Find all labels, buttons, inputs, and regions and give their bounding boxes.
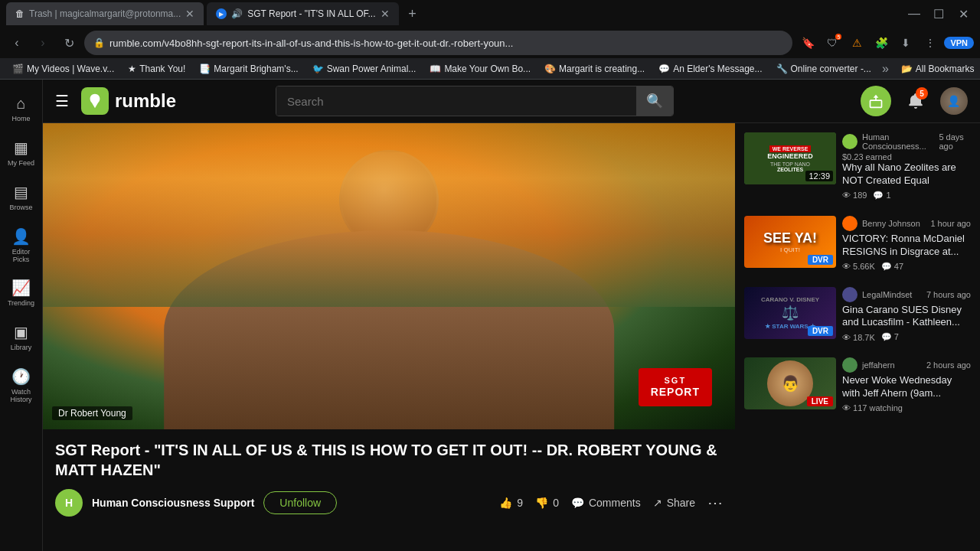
- recommended-sidebar: WE REVERSE ENGINEERED THE TOP NANO ZEOLI…: [735, 123, 980, 527]
- ronna-see-ya: SEE YA!: [763, 230, 817, 246]
- sidebar-label-library: Library: [11, 344, 32, 352]
- main-layout: ⌂ Home ▦ My Feed ▤ Browse 👤 Editor Picks…: [0, 80, 980, 551]
- share-button[interactable]: ↗ Share: [653, 497, 695, 509]
- sidebar-item-library[interactable]: ▣ Library: [2, 317, 41, 358]
- sidebar-item-editor-picks[interactable]: 👤 Editor Picks: [2, 221, 41, 270]
- rec-info-ronna: Benny Johnson 1 hour ago VICTORY: Ronna …: [842, 216, 971, 272]
- upload-button[interactable]: [861, 86, 891, 116]
- sidebar-item-trending[interactable]: 📈 Trending: [2, 272, 41, 314]
- thumbs-down-icon: 👎: [535, 497, 548, 509]
- minimize-button[interactable]: —: [903, 3, 925, 24]
- bookmark-icon[interactable]: 🔖: [797, 32, 818, 54]
- tab-trash[interactable]: 🗑 Trash | magicalmargarit@protonma... ✕: [6, 2, 204, 25]
- bookmark-margarit-creating[interactable]: 🎨 Margarit is creating...: [538, 62, 651, 76]
- rumble-logo-text: rumble: [115, 90, 176, 112]
- bookmark-elder[interactable]: 💬 An Elder's Message...: [652, 62, 768, 76]
- ronna-sub: I QUIT!: [780, 246, 800, 253]
- rumble-header: ☰ rumble 🔍: [43, 80, 980, 123]
- share-icon: ↗: [653, 497, 662, 509]
- sidebar-label-browse: Browse: [9, 204, 32, 212]
- comments-button[interactable]: 💬 Comments: [571, 497, 641, 509]
- follow-button[interactable]: Unfollow: [263, 491, 337, 514]
- comments-icon: 💬: [571, 497, 584, 509]
- notification-button[interactable]: 5: [900, 86, 931, 116]
- address-bar[interactable]: 🔒 rumble.com/v4bo8hh-sgt-report-its-in-a…: [84, 31, 792, 55]
- bookmark-make-your-own[interactable]: 📖 Make Your Own Bo...: [423, 62, 537, 76]
- video-background: SGT REPORT Dr Robert Young: [43, 123, 735, 429]
- tab-close[interactable]: ✕: [185, 8, 194, 20]
- more-options-button[interactable]: ⋯: [707, 494, 723, 512]
- search-bar: 🔍: [276, 86, 674, 116]
- rumble-logo-icon: [81, 87, 109, 115]
- tab-close-sgt[interactable]: ✕: [381, 8, 390, 20]
- sidebar-item-home[interactable]: ⌂ Home: [2, 89, 41, 129]
- sidebar: ⌂ Home ▦ My Feed ▤ Browse 👤 Editor Picks…: [0, 80, 43, 551]
- rec-avatar-gina: [842, 287, 858, 302]
- refresh-button[interactable]: ↻: [58, 32, 80, 54]
- rec-stats-gina: 👁 18.7K 💬 7: [842, 332, 971, 342]
- user-avatar[interactable]: 👤: [940, 87, 968, 115]
- bookmark-all[interactable]: 📂 All Bookmarks: [895, 62, 980, 76]
- bookmark-converter[interactable]: 🔧 Online converter -...: [770, 62, 877, 76]
- maximize-button[interactable]: ☐: [928, 3, 949, 24]
- search-input[interactable]: [276, 86, 636, 116]
- sidebar-item-browse[interactable]: ▤ Browse: [2, 177, 41, 218]
- rec-info-jeff: jeffahern 2 hours ago Never Woke Wednesd…: [842, 357, 971, 412]
- shield-icon[interactable]: 🛡 5: [822, 32, 843, 54]
- warning-icon[interactable]: ⚠: [846, 32, 867, 54]
- rec-stats-ronna: 👁 5.66K 💬 47: [842, 262, 971, 272]
- gina-star-wars-icon: ⚖️: [782, 305, 799, 321]
- address-bar-row: ‹ › ↻ 🔒 rumble.com/v4bo8hh-sgt-report-it…: [0, 28, 980, 58]
- like-count: 9: [517, 497, 523, 509]
- download-icon[interactable]: ⬇: [895, 32, 916, 54]
- recommended-item-jeff[interactable]: 👨 LIVE jeffahern 2 hours ago Never Woke …: [741, 354, 974, 416]
- bookmark-thank-you[interactable]: ★ Thank You!: [122, 62, 191, 76]
- back-button[interactable]: ‹: [6, 32, 28, 54]
- video-caption: Dr Robert Young: [52, 406, 132, 420]
- forward-button[interactable]: ›: [32, 32, 54, 54]
- sidebar-item-feed[interactable]: ▦ My Feed: [2, 132, 41, 174]
- channel-name: Human Consciousness Support: [92, 497, 254, 509]
- search-button[interactable]: 🔍: [636, 86, 673, 116]
- watch-history-icon: 🕐: [11, 367, 31, 386]
- bookmark-icon-swan: 🐦: [312, 64, 324, 74]
- content-area: ☰ rumble 🔍: [43, 80, 980, 551]
- nano-overlay-zeolites: ZEOLITES: [777, 167, 803, 172]
- sidebar-label-watch-history: Watch History: [5, 389, 38, 404]
- browser-chrome: 🗑 Trash | magicalmargarit@protonma... ✕ …: [0, 0, 980, 80]
- bookmark-swan[interactable]: 🐦 Swan Power Animal...: [306, 62, 423, 76]
- sidebar-item-watch-history[interactable]: 🕐 Watch History: [2, 361, 41, 410]
- sgt-text: SGT: [651, 376, 700, 386]
- channel-avatar: H: [55, 489, 83, 517]
- rec-info-nano: Human Consciousness... 5 days ago $0.23 …: [842, 132, 971, 201]
- comments-icon-ronna: 💬 47: [881, 262, 903, 272]
- like-button[interactable]: 👍 9: [499, 497, 523, 509]
- new-tab-button[interactable]: +: [402, 3, 423, 24]
- bookmark-folder-icon: 📂: [901, 64, 913, 74]
- recommended-item-ronna[interactable]: SEE YA! I QUIT! DVR Benny Johnson 1 hour…: [741, 213, 974, 275]
- watching-count-jeff: 👁 117 watching: [842, 403, 903, 412]
- browse-icon: ▤: [14, 183, 28, 201]
- recommended-item-nano[interactable]: WE REVERSE ENGINEERED THE TOP NANO ZEOLI…: [741, 129, 974, 204]
- vpn-badge[interactable]: VPN: [944, 37, 974, 49]
- bookmark-margarit[interactable]: 📑 Margarit Brigham's...: [193, 62, 304, 76]
- tab-sgt[interactable]: ▶ 🔊 SGT Report - "IT'S IN ALL OF... ✕: [207, 2, 398, 25]
- sky-bg: [43, 123, 735, 307]
- extensions-icon[interactable]: 🧩: [871, 32, 892, 54]
- rec-thumb-gina: CARANO V. DISNEY ⚖️ ★ STAR WARS ★ DVR: [744, 287, 836, 339]
- menu-button[interactable]: ☰: [55, 92, 69, 110]
- tab-playing-icon: ▶: [216, 8, 227, 19]
- editor-picks-icon: 👤: [11, 227, 31, 246]
- rec-channel-row-gina: LegalMindset 7 hours ago: [842, 287, 971, 302]
- bookmark-my-videos[interactable]: 🎬 My Videos | Wave.v...: [6, 62, 120, 76]
- video-player[interactable]: SGT REPORT Dr Robert Young: [43, 123, 735, 429]
- settings-icon[interactable]: ⋮: [920, 32, 941, 54]
- video-main: SGT REPORT Dr Robert Young SGT Report - …: [43, 123, 735, 527]
- recommended-item-gina[interactable]: CARANO V. DISNEY ⚖️ ★ STAR WARS ★ DVR Le…: [741, 284, 974, 346]
- video-title: SGT Report - "IT'S IN ALL OF US & THIS I…: [55, 440, 723, 480]
- more-bookmarks-icon[interactable]: »: [882, 62, 889, 76]
- close-button[interactable]: ✕: [952, 3, 974, 24]
- rec-channel-row-ronna: Benny Johnson 1 hour ago: [842, 216, 971, 231]
- dislike-button[interactable]: 👎 0: [535, 497, 559, 509]
- gina-top-label: CARANO V. DISNEY: [761, 296, 819, 303]
